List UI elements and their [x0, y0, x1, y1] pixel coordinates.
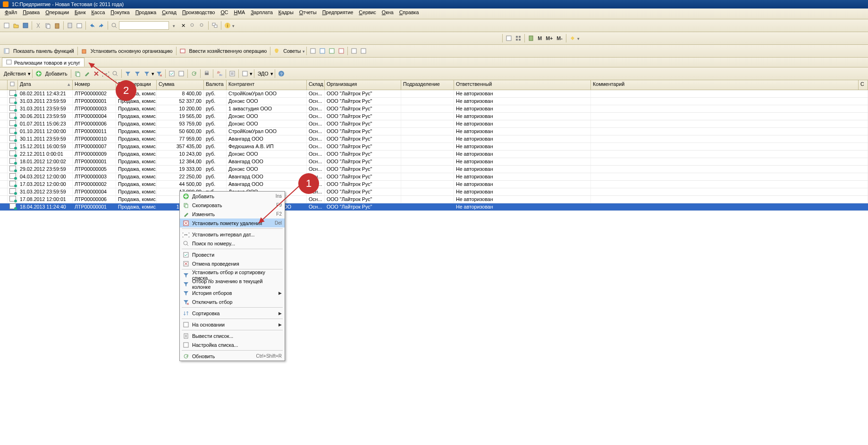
calc-button[interactable] — [65, 21, 75, 30]
clear-filter-button[interactable] — [154, 69, 164, 78]
table-row[interactable]: 22.12.2011 0:00:01ЛТР00000009Продажа, ко… — [0, 151, 868, 158]
add-button[interactable]: Добавить — [43, 71, 69, 76]
windows-button[interactable] — [210, 21, 219, 30]
cut-button[interactable] — [34, 21, 43, 30]
svg-text:Кт: Кт — [219, 74, 222, 76]
report4-icon[interactable] — [337, 46, 346, 56]
calendar-button[interactable] — [75, 21, 84, 30]
report1-icon[interactable] — [308, 46, 318, 56]
movements-button[interactable]: ДтКт — [215, 69, 224, 78]
copy-button[interactable] — [43, 21, 52, 30]
unpost-button[interactable] — [177, 69, 186, 78]
menu-зарплата[interactable]: Зарплата — [248, 8, 276, 16]
menu-ос[interactable]: ОС — [218, 8, 231, 16]
help-doc-button[interactable]: ? — [277, 69, 286, 78]
clear-search-button[interactable]: ✕ — [178, 21, 188, 30]
copy-doc-button[interactable] — [73, 69, 82, 78]
col-department[interactable]: Подразделение — [401, 80, 454, 90]
main-menu[interactable]: ФайлПравкаОперацииБанкКассаПокупкаПродаж… — [0, 8, 868, 19]
search-input[interactable] — [119, 21, 169, 30]
menu-нма[interactable]: НМА — [231, 8, 248, 16]
table-row[interactable]: 17.08.2012 12:00:01ЛТР00000006Продажа, к… — [0, 196, 868, 203]
paste-button[interactable] — [52, 21, 62, 30]
save-button[interactable] — [21, 21, 30, 30]
menu-банк[interactable]: Банк — [72, 8, 88, 16]
org-icon[interactable] — [79, 46, 89, 56]
undo-button[interactable] — [87, 21, 97, 30]
find-prev-button[interactable] — [197, 21, 207, 30]
panel-button[interactable]: Показать панель функций — [11, 48, 76, 54]
col-warehouse[interactable]: Склад — [307, 80, 325, 90]
redo-button[interactable] — [97, 21, 106, 30]
col-sum[interactable]: Сумма — [157, 80, 204, 90]
table-row[interactable]: 04.03.2012 12:00:00ЛТР00000003Продажа, к… — [0, 173, 868, 181]
menu-покупка[interactable]: Покупка — [108, 8, 132, 16]
print-button[interactable] — [202, 69, 211, 78]
menu-отчеты[interactable]: Отчеты — [296, 8, 320, 16]
col-currency[interactable]: Валюта — [204, 80, 227, 90]
table-row[interactable]: 18.04.2013 11:24:40ЛТР00000001Продажа, к… — [0, 203, 868, 211]
based-on-button[interactable] — [240, 69, 250, 78]
menu-производство[interactable]: Производство — [179, 8, 218, 16]
post-button[interactable] — [167, 69, 177, 78]
panel-icon[interactable] — [2, 46, 11, 56]
table-row[interactable]: 31.03.2012 23:59:59ЛТР00000004Продажа, к… — [0, 188, 868, 196]
mminus-button[interactable]: M- — [555, 35, 564, 41]
oper-icon[interactable] — [178, 46, 187, 56]
filter3-button[interactable] — [142, 69, 152, 78]
table-row[interactable]: 29.02.2012 23:59:59ЛТР00000005Продажа, к… — [0, 166, 868, 173]
table-icon[interactable] — [504, 34, 514, 43]
menu-окна[interactable]: Окна — [379, 8, 396, 16]
tips-icon[interactable] — [272, 46, 281, 56]
menu-касса[interactable]: Касса — [89, 8, 108, 16]
tips-button[interactable]: Советы — [281, 48, 303, 54]
menu-склад[interactable]: Склад — [159, 8, 179, 16]
refresh-button[interactable] — [189, 69, 199, 78]
table-row[interactable]: 01.07.2011 15:06:23ЛТР00000006Продажа, к… — [0, 120, 868, 128]
search-dropdown[interactable]: ▾ — [169, 21, 178, 30]
col-contractor[interactable]: Контрагент — [227, 80, 307, 90]
menu-правка[interactable]: Правка — [20, 8, 42, 16]
find-next-button[interactable] — [188, 21, 197, 30]
menu-предприятие[interactable]: Предприятие — [320, 8, 356, 16]
col-responsible[interactable]: Ответственный — [454, 80, 591, 90]
menu-файл[interactable]: Файл — [2, 8, 20, 16]
table-row[interactable]: 01.10.2011 12:00:00ЛТР00000011Продажа, к… — [0, 128, 868, 135]
help-button[interactable]: i — [223, 21, 232, 30]
org-button[interactable]: Установить основную организацию — [89, 48, 175, 54]
report5-icon[interactable] — [349, 46, 359, 56]
menu-продажа[interactable]: Продажа — [133, 8, 160, 16]
find-button[interactable] — [110, 21, 119, 30]
open-button[interactable] — [11, 21, 21, 30]
table-row[interactable]: 17.03.2012 12:00:00ЛТР00000002Продажа, к… — [0, 181, 868, 188]
col-signed[interactable]: С — [859, 80, 868, 90]
table-row[interactable]: 18.01.2012 12:00:02ЛТР00000001Продажа, к… — [0, 158, 868, 166]
mplus-button[interactable]: M+ — [544, 35, 555, 41]
tab-sales[interactable]: Реализации товаров и услуг — [2, 58, 84, 67]
col-status-icon[interactable] — [8, 80, 18, 90]
table-row[interactable]: 30.06.2011 23:59:59ЛТР00000004Продажа, к… — [0, 113, 868, 120]
table-row[interactable]: 31.03.2011 23:59:59ЛТР00000003Продажа, к… — [0, 105, 868, 113]
oper-button[interactable]: Ввести хозяйственную операцию — [187, 48, 269, 54]
report6-icon[interactable] — [359, 46, 368, 56]
menu-операции[interactable]: Операции — [42, 8, 72, 16]
table-row[interactable]: 30.11.2011 23:59:59ЛТР00000010Продажа, к… — [0, 135, 868, 143]
add-icon[interactable] — [34, 69, 43, 78]
server-icon[interactable] — [526, 34, 536, 43]
menu-кадры[interactable]: Кадры — [276, 8, 296, 16]
col-comment[interactable]: Комментарий — [591, 80, 859, 90]
menu-справка[interactable]: Справка — [396, 8, 422, 16]
edo-button[interactable]: ЭДО — [256, 71, 270, 76]
new-button[interactable] — [2, 21, 11, 30]
table-row[interactable]: 15.12.2011 16:00:59ЛТР00000007Продажа, к… — [0, 143, 868, 151]
grid-icon[interactable] — [514, 34, 523, 43]
report2-icon[interactable] — [318, 46, 327, 56]
report3-icon[interactable] — [327, 46, 337, 56]
col-date[interactable]: Дата ▴ — [18, 80, 73, 90]
tools-button[interactable] — [568, 34, 577, 43]
col-organization[interactable]: Организация — [325, 80, 401, 90]
list-button[interactable] — [228, 69, 237, 78]
m-button[interactable]: M — [536, 35, 544, 41]
actions-menu[interactable]: Действия — [2, 71, 28, 76]
menu-сервис[interactable]: Сервис — [356, 8, 379, 16]
